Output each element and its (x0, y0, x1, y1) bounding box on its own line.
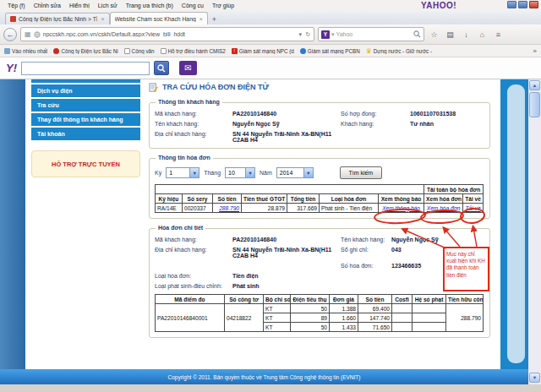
col-header: Tiền hữu công (446, 295, 484, 304)
yahoo-toolbar-logo: Y! (6, 62, 17, 74)
field-label: Số hợp đồng: (341, 111, 410, 117)
document-icon (161, 48, 167, 54)
bookmark-giam-sat-npc[interactable]: ! Giám sát mạng NPC (d (232, 48, 294, 54)
online-support-box[interactable]: HỖ TRỢ TRỰC TUYẾN (31, 150, 140, 177)
detail-customer-address: SN 44 Nguyễn Trãi-Ninh Xá-BN(H11 C2AB H4 (232, 247, 341, 259)
chevron-down-icon: ▼ (303, 168, 313, 177)
menu-tools[interactable]: Công cụ (178, 3, 208, 8)
sidebar-item-dich-vu-dien[interactable]: Dịch vụ điện (31, 84, 140, 97)
crown-icon: ♛ (366, 48, 372, 54)
tab-bar: Công ty Điện lực Bắc Ninh > Tỉ × Website… (0, 11, 541, 24)
consumption: 89 (291, 313, 330, 323)
page-title-row: TRA CỨU HÓA ĐƠN ĐIỆN TỬ (149, 81, 490, 93)
register-set: KT (264, 313, 291, 323)
scrollbar-thumb[interactable] (529, 92, 540, 117)
most-visited-icon (4, 48, 10, 54)
menu-file[interactable]: Tệp (f) (3, 3, 30, 8)
detail-table: Mã điểm đo Số công tơ Bộ chỉ số Điện tiê… (155, 294, 484, 332)
unit-price: 1.660 (330, 313, 358, 323)
new-tab-button[interactable]: + (208, 15, 221, 24)
penalty-factor (413, 304, 446, 313)
vat-amount: 28.879 (242, 204, 287, 213)
scroll-down-icon[interactable]: ▼ (529, 373, 540, 383)
magnifier-icon[interactable] (413, 30, 421, 38)
view-invoice-link[interactable]: Xem hóa đơn (427, 205, 461, 211)
bookmark-evn-bacninh[interactable]: Công ty Điện lực Bắc Ni (53, 48, 117, 54)
year-select[interactable]: 2014▼ (276, 167, 314, 178)
sidebar-item-partial[interactable] (31, 79, 140, 83)
bookmark-most-visited[interactable]: Vào nhiều nhất (4, 48, 47, 54)
field-label: Mã khách hàng: (155, 237, 232, 242)
menu-view[interactable]: Hiển thị (65, 3, 94, 8)
hamburger-menu-icon[interactable]: ≡ (492, 30, 505, 39)
url-bar[interactable]: ▦ npccskh.npc.com.vn/cskh/Default.aspx?v… (20, 27, 314, 41)
period-select[interactable]: 1▼ (166, 167, 199, 178)
download-link[interactable]: Tải về (466, 205, 481, 211)
section-legend: Hóa đơn chi tiết (156, 225, 205, 231)
tab-close-icon[interactable]: × (199, 16, 203, 22)
tab-close-icon[interactable]: × (101, 16, 104, 22)
home-icon[interactable]: ⌂ (476, 30, 489, 39)
menu-edit[interactable]: Chỉnh sửa (30, 3, 65, 8)
bookmark-star-icon[interactable]: ☆ (428, 30, 440, 39)
sidebar-item-tai-khoan[interactable]: Tài khoản (31, 128, 140, 140)
main-content: TRA CỨU HÓA ĐƠN ĐIỆN TỬ Thông tin khách … (149, 81, 490, 338)
invoice-detail-section: Hóa đơn chi tiết Mã khách hàng: PA220101… (149, 228, 490, 338)
col-header: Đơn giá (330, 295, 358, 304)
field-label: Mã khách hàng: (155, 111, 232, 117)
bookmarks-list-icon[interactable]: ▤ (444, 30, 456, 39)
bookmark-cmis[interactable]: Hỗ trợ điều hành CMIS2 (161, 48, 226, 54)
bookmark-cong-van[interactable]: Công văn (124, 48, 155, 54)
page-footer: Copyright © 2011. Bản quyền thuộc về Tru… (0, 369, 528, 384)
customer-type: Tư nhân (410, 121, 484, 127)
col-header: Điện tiêu thụ (291, 295, 330, 304)
minimize-button[interactable] (507, 1, 516, 8)
bookmark-dung-nuoc[interactable]: ♛ Dựng nước - Giữ nước - (366, 48, 432, 54)
sidebar: Dịch vụ điện Tra cứu Thay đổi thông tin … (31, 79, 140, 177)
col-header: Số tiền (213, 194, 242, 204)
search-engine-dropdown-icon[interactable]: ▾ (331, 31, 335, 38)
section-legend: Thông tin hóa đơn (156, 155, 213, 161)
detail-customer-name: Nguyễn Ngọc Sỹ (391, 237, 484, 242)
right-decor-panel (507, 84, 525, 363)
menu-bookmarks[interactable]: Trang ưa thích (b) (122, 3, 178, 8)
year-label: Năm (260, 170, 272, 176)
downloads-icon[interactable]: ↓ (460, 30, 473, 39)
tab-cham-soc-khach-hang[interactable]: Website Cham soc Khach Hang × (110, 12, 208, 24)
menu-help[interactable]: Trợ giúp (208, 3, 238, 8)
vertical-scrollbar[interactable]: ▲ ▼ (528, 79, 541, 384)
search-button[interactable]: Tìm kiếm (340, 166, 382, 179)
col-header: Tiền thuế GTGT (242, 194, 287, 204)
active-energy-total: 288.790 (446, 304, 484, 332)
magnifier-icon (157, 64, 166, 73)
url-dropdown-icon[interactable]: ▾ (299, 31, 303, 38)
close-button[interactable] (529, 1, 538, 8)
tab-evn-bacninh[interactable]: Công ty Điện lực Bắc Ninh > Tỉ × (5, 13, 110, 24)
contract-number: 10601107031538 (410, 111, 484, 117)
bookmarks-overflow-icon[interactable]: » (533, 47, 537, 55)
mail-icon[interactable]: ✉ (179, 61, 197, 75)
bookmark-giam-sat-pcbn[interactable]: Giám sát mạng PCBN (300, 48, 360, 54)
yahoo-search-input[interactable] (21, 62, 150, 75)
back-button[interactable]: ← (3, 28, 17, 41)
search-input[interactable]: Y ▾ Yahoo (318, 27, 424, 41)
yahoo-search-button[interactable] (154, 61, 169, 75)
bookmark-label: Giám sát mạng NPC (d (239, 48, 294, 54)
restore-button[interactable] (518, 1, 527, 8)
navigation-toolbar: ← ▦ npccskh.npc.com.vn/cskh/Default.aspx… (0, 24, 541, 45)
menu-history[interactable]: Lịch sử (94, 3, 122, 8)
reload-icon[interactable]: ↻ (305, 31, 310, 38)
tab-label: Công ty Điện lực Bắc Ninh > Tỉ (19, 16, 97, 22)
detail-invoice-type: Tiền điện (232, 273, 341, 279)
scroll-up-icon[interactable]: ▲ (529, 80, 540, 90)
sidebar-item-thay-doi-thong-tin[interactable]: Thay đổi thông tin khách hàng (31, 113, 140, 126)
invoice-type: Phát sinh - Tiền điện (320, 204, 379, 213)
amount-link[interactable]: 288.790 (219, 205, 239, 211)
customer-code: PA22010146840 (232, 111, 341, 117)
annotation-note: Mục này chỉ xuất hiện khi KH đã thanh to… (443, 247, 489, 291)
search-placeholder: Yahoo (336, 31, 353, 37)
month-select[interactable]: 10▼ (225, 167, 255, 178)
invoice-serial: 0020337 (183, 204, 213, 213)
sidebar-item-tra-cuu[interactable]: Tra cứu (31, 99, 140, 112)
view-notice-link[interactable]: Xem thông báo (382, 205, 420, 211)
